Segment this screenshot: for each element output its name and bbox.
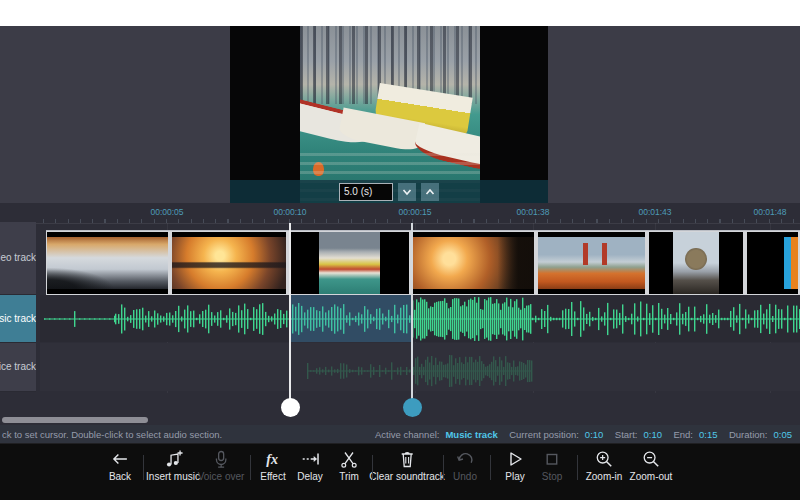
- clip-thumbnail: [673, 232, 718, 294]
- status-hint-text: ck to set cursor. Double-click to select…: [2, 429, 222, 440]
- scissors-icon: [339, 449, 359, 469]
- arrow-left-icon: [110, 449, 130, 469]
- audio-editor-window: 00:00:0500:00:1000:00:1500:01:3800:01:43…: [0, 0, 800, 500]
- toolbar-button-label: Clear soundtrack: [369, 471, 445, 482]
- fx-icon: fx: [263, 449, 283, 469]
- voice-waveform: [40, 343, 800, 391]
- insert-music-button[interactable]: Insert music: [146, 449, 200, 482]
- status-field-label: Active channel:: [375, 429, 439, 440]
- toolbar-button-label: Zoom-in: [586, 471, 623, 482]
- delay-button[interactable]: Delay: [297, 449, 323, 482]
- magnifier-plus-icon: [594, 449, 614, 469]
- clip-duration-bar: [230, 180, 548, 203]
- toolbar-button-label: Trim: [339, 471, 359, 482]
- duration-decrease-button[interactable]: [398, 183, 416, 201]
- clip-duration-input[interactable]: [339, 183, 393, 201]
- chevron-down-icon: [401, 186, 413, 198]
- undo-button[interactable]: Undo: [453, 449, 477, 482]
- clip-bridge-flowers[interactable]: [538, 232, 645, 294]
- toolbar-separator: [372, 455, 373, 480]
- clip-thumbnail: [413, 237, 534, 289]
- preview-panel: [230, 26, 548, 203]
- toolbar-button-label: Play: [505, 471, 524, 482]
- timeline-area: 00:00:0500:00:1000:00:1500:01:3800:01:43…: [0, 203, 800, 425]
- status-field-value: Music track: [445, 429, 497, 440]
- clip-edge-partial[interactable]: [747, 232, 798, 294]
- selection-end-handle[interactable]: [403, 398, 422, 417]
- track-label-video[interactable]: Video track: [0, 222, 36, 295]
- clip-thumbnail: [172, 237, 286, 289]
- clip-monument[interactable]: [649, 232, 743, 294]
- music-track-row[interactable]: [40, 295, 800, 342]
- toolbar-separator: [490, 455, 491, 480]
- track-label-voice[interactable]: Voice track: [0, 343, 36, 392]
- status-field-value: 0:05: [773, 429, 792, 440]
- status-field-start: Start:0:10: [615, 429, 662, 440]
- audio-selection-region[interactable]: [290, 295, 412, 342]
- play-triangle-icon: [505, 449, 525, 469]
- bottom-toolbar: BackInsert musicVoice overfxEffectDelayT…: [0, 443, 800, 500]
- chevron-up-icon: [424, 186, 436, 198]
- timeline-ruler[interactable]: 00:00:0500:00:1000:00:1500:01:3800:01:43…: [0, 203, 800, 224]
- clip-beach-sunset[interactable]: [413, 232, 534, 294]
- track-label-music[interactable]: Music track: [0, 295, 36, 343]
- toolbar-button-label: Undo: [453, 471, 477, 482]
- duration-increase-button[interactable]: [421, 183, 439, 201]
- clip-thumbnail: [538, 237, 645, 289]
- clip-ocean-sunset[interactable]: [172, 232, 286, 294]
- play-button[interactable]: Play: [505, 449, 525, 482]
- toolbar-separator: [443, 455, 444, 480]
- trash-icon: [397, 449, 417, 469]
- trim-button[interactable]: Trim: [339, 449, 359, 482]
- magnifier-minus-icon: [641, 449, 661, 469]
- clear-soundtrack-button[interactable]: Clear soundtrack: [369, 449, 445, 482]
- zoom-in-button[interactable]: Zoom-in: [586, 449, 623, 482]
- back-button[interactable]: Back: [109, 449, 131, 482]
- ruler-timestamp: 00:00:05: [150, 207, 183, 217]
- ruler-timestamp: 00:00:10: [273, 207, 306, 217]
- top-white-bar: [0, 0, 800, 26]
- clip-thumbnail: [319, 232, 381, 294]
- status-field-duration: Duration:0:05: [729, 429, 792, 440]
- status-field-value: 0:15: [699, 429, 718, 440]
- stop-square-icon: [542, 449, 562, 469]
- zoom-out-button[interactable]: Zoom-out: [630, 449, 673, 482]
- toolbar-separator: [577, 455, 578, 480]
- track-label-text: Video track: [0, 222, 36, 294]
- track-label-text: Voice track: [0, 343, 36, 391]
- toolbar-button-label: Insert music: [146, 471, 200, 482]
- video-track-strip: [46, 230, 800, 298]
- toolbar-button-label: Zoom-out: [630, 471, 673, 482]
- clip-fog-sunrise[interactable]: [47, 232, 168, 294]
- undo-arrow-icon: [455, 449, 475, 469]
- voice-track-row[interactable]: [40, 343, 800, 391]
- status-field-active-channel: Active channel:Music track: [375, 429, 498, 440]
- voice-over-button[interactable]: Voice over: [198, 449, 245, 482]
- selection-start-line: [289, 223, 291, 399]
- toolbar-button-label: Delay: [297, 471, 323, 482]
- status-field-current-position: Current position:0:10: [509, 429, 603, 440]
- clip-thumbnail: [747, 237, 798, 289]
- selection-start-handle[interactable]: [281, 398, 300, 417]
- clip-harbor-boats[interactable]: [290, 232, 409, 294]
- status-field-label: Duration:: [729, 429, 768, 440]
- status-field-label: Current position:: [509, 429, 579, 440]
- ruler-timestamp: 00:01:38: [516, 207, 549, 217]
- delay-arrow-icon: [300, 449, 320, 469]
- status-field-label: Start:: [615, 429, 638, 440]
- timeline-scrollbar[interactable]: [2, 417, 148, 423]
- ruler-timestamp: 00:01:43: [638, 207, 671, 217]
- toolbar-button-label: Voice over: [198, 471, 245, 482]
- status-field-value: 0:10: [644, 429, 663, 440]
- stop-button[interactable]: Stop: [542, 449, 563, 482]
- music-waveform: [40, 295, 800, 342]
- effect-button[interactable]: fxEffect: [260, 449, 285, 482]
- track-label-text: Music track: [0, 295, 36, 342]
- svg-text:fx: fx: [266, 452, 278, 467]
- microphone-icon: [211, 449, 231, 469]
- preview-video-frame: [300, 26, 480, 203]
- toolbar-button-label: Back: [109, 471, 131, 482]
- selection-end-line: [411, 223, 413, 399]
- ruler-timestamp: 00:00:15: [398, 207, 431, 217]
- toolbar-separator: [250, 455, 251, 480]
